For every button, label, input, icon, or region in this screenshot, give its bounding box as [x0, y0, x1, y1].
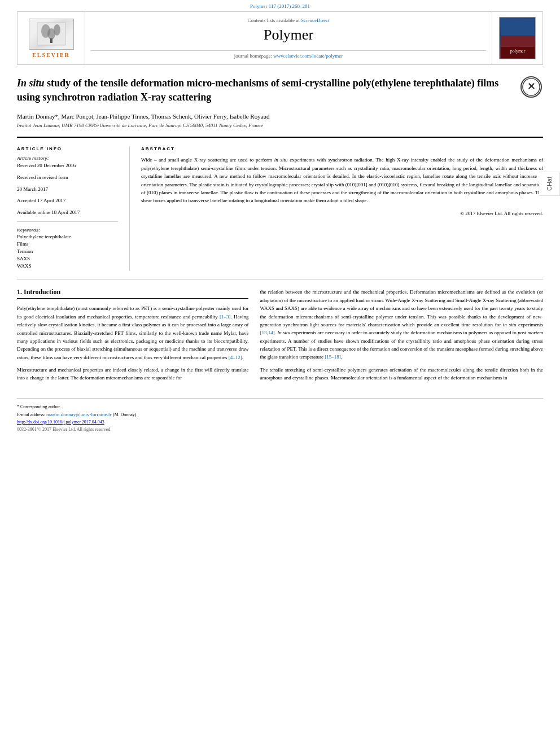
crossmark-icon: ✕	[520, 76, 542, 98]
article-title: In situ study of the tensile deformation…	[17, 76, 512, 104]
homepage-link[interactable]: journal homepage: www.elsevier.com/locat…	[234, 53, 343, 59]
svg-text:✕: ✕	[527, 81, 535, 92]
intro-left-column: 1. Introduction Poly(ethylene terephthal…	[17, 288, 248, 387]
info-divider	[17, 221, 118, 222]
intro-para-2: Microstructure and mechanical properties…	[17, 366, 248, 382]
article-body: ARTICLE INFO Article history: Received 2…	[17, 138, 543, 279]
author-email[interactable]: martin.donnay@univ-lorraine.fr	[46, 412, 112, 417]
elsevier-logo: ELSEVIER	[29, 19, 74, 58]
intro-heading: 1. Introduction	[17, 288, 248, 299]
abstract-heading: ABSTRACT	[141, 146, 543, 151]
article-footer: * Corresponding author. E-mail address: …	[17, 398, 543, 438]
keyword-1: Polyethylene terephthalate	[17, 234, 118, 239]
elsevier-logo-area: ELSEVIER	[18, 12, 85, 64]
polymer-cover-image: polymer	[499, 17, 536, 59]
corresponding-note: * Corresponding author.	[17, 404, 543, 409]
homepage-url[interactable]: www.elsevier.com/locate/polymer	[273, 53, 343, 59]
keyword-3: Tension	[17, 248, 118, 254]
ref-4-12[interactable]: [4–12]	[229, 355, 242, 360]
title-italic-part: In situ	[17, 77, 45, 89]
online-date: Available online 18 April 2017	[17, 209, 118, 216]
article-info-panel: ARTICLE INFO Article history: Received 2…	[17, 146, 130, 270]
elsevier-tree-image	[29, 19, 74, 50]
journal-title: Polymer	[264, 27, 313, 43]
journal-citation: Polymer 117 (2017) 268–281	[0, 0, 560, 11]
article-title-section: In situ study of the tensile deformation…	[17, 65, 543, 138]
affiliation: Institut Jean Lamour, UMR 7198 CNRS-Univ…	[17, 123, 512, 128]
intro-para-3: the relation between the microstructure …	[260, 288, 543, 361]
ref-15-18[interactable]: [15–18]	[325, 354, 341, 360]
elsevier-wordmark: ELSEVIER	[29, 52, 74, 58]
svg-rect-7	[501, 36, 535, 47]
contents-text: Contents lists available at	[248, 18, 300, 23]
doi-link[interactable]: http://dx.doi.org/10.1016/j.polymer.2017…	[17, 420, 543, 425]
revised-date: 20 March 2017	[17, 186, 118, 193]
abstract-text: Wide – and small-angle X-ray scattering …	[141, 156, 543, 204]
received-date: Received 20 December 2016	[17, 162, 118, 169]
accepted-date: Accepted 17 April 2017	[17, 197, 118, 204]
svg-rect-6	[501, 19, 535, 36]
keyword-4: SAXS	[17, 256, 118, 261]
authors: Martin Donnay*, Marc Ponçot, Jean-Philip…	[17, 113, 512, 120]
intro-para-1: Poly(ethylene terephthalate) (most commo…	[17, 304, 248, 361]
ref-1-3[interactable]: [1–3]	[220, 314, 231, 320]
email-note: E-mail address: martin.donnay@univ-lorra…	[17, 412, 543, 417]
sciencedirect-link[interactable]: Contents lists available at ScienceDirec…	[248, 18, 330, 23]
abstract-section: ABSTRACT Wide – and small-angle X-ray sc…	[130, 146, 543, 270]
ref-13-14[interactable]: [13,14]	[260, 330, 274, 335]
article-info-heading: ARTICLE INFO	[17, 146, 118, 151]
intro-para-4: The tensile stretching of semi-crystalli…	[260, 366, 543, 382]
header-divider	[91, 50, 486, 51]
footer-issn: 0032-3861/© 2017 Elsevier Ltd. All right…	[17, 427, 543, 432]
homepage-label: journal homepage:	[234, 53, 272, 59]
intro-right-column: the relation between the microstructure …	[260, 288, 543, 387]
svg-point-3	[47, 28, 55, 40]
crossmark-badge: ✕	[520, 76, 543, 99]
journal-cover-area: polymer	[492, 12, 542, 64]
email-suffix: (M. Donnay).	[113, 412, 138, 417]
keywords-section: Keywords: Polyethylene terephthalate Fil…	[17, 228, 118, 269]
main-content: In situ study of the tensile deformation…	[0, 65, 560, 438]
article-title-text: In situ study of the tensile deformation…	[17, 76, 512, 128]
journal-header: ELSEVIER Contents lists available at Sci…	[17, 11, 543, 65]
chat-button[interactable]: CHat	[539, 172, 560, 196]
revised-label: Received in revised form	[17, 174, 118, 181]
journal-title-area: Contents lists available at ScienceDirec…	[85, 12, 492, 64]
introduction-section: 1. Introduction Poly(ethylene terephthal…	[17, 279, 543, 392]
copyright-notice: © 2017 Elsevier Ltd. All rights reserved…	[141, 211, 543, 216]
keywords-label: Keywords:	[17, 228, 118, 233]
email-label: E-mail address:	[17, 412, 45, 417]
citation-text: Polymer 117 (2017) 268–281	[250, 3, 310, 9]
svg-text:polymer: polymer	[510, 49, 525, 54]
svg-rect-4	[50, 38, 53, 43]
history-label: Article history:	[17, 156, 118, 161]
keyword-5: WAXS	[17, 263, 118, 269]
sciencedirect-anchor[interactable]: ScienceDirect	[301, 18, 329, 23]
title-rest: study of the tensile deformation micro-m…	[17, 77, 498, 103]
keyword-2: Films	[17, 241, 118, 247]
doi-anchor[interactable]: http://dx.doi.org/10.1016/j.polymer.2017…	[17, 420, 104, 425]
page: Polymer 117 (2017) 268–281 ELSEVIER	[0, 0, 560, 747]
